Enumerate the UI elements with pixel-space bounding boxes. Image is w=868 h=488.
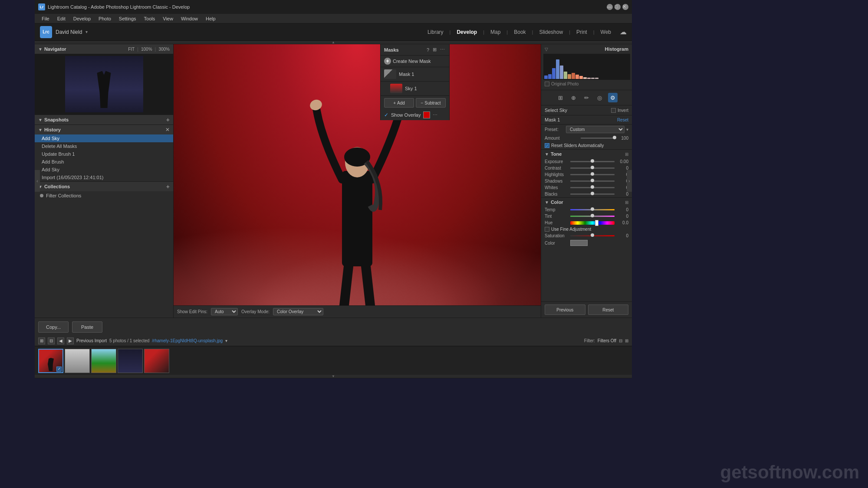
temp-slider[interactable] — [570, 209, 615, 210]
overlay-options-icon[interactable]: ⋯ — [433, 112, 437, 118]
overlay-mode-select[interactable]: Color Overlay Luminosity Overlay — [273, 308, 323, 315]
user-name[interactable]: David Nield — [56, 29, 82, 35]
filter-collections-label[interactable]: Filter Collections — [46, 193, 81, 198]
original-photo-check[interactable] — [545, 82, 549, 86]
left-panel-collapse[interactable]: ‹ — [35, 170, 40, 192]
create-new-mask-button[interactable]: + Create New Mask — [381, 56, 449, 67]
history-item-add-sky-1[interactable]: Add Sky — [35, 134, 173, 142]
history-item-add-brush[interactable]: Add Brush — [35, 158, 173, 166]
user-dropdown-icon[interactable]: ▾ — [85, 29, 88, 34]
radial-tool[interactable]: ◎ — [595, 93, 605, 102]
show-overlay-label[interactable]: Show Overlay — [391, 112, 421, 118]
filmstrip-thumb-4[interactable] — [118, 349, 143, 373]
menu-settings[interactable]: Settings — [115, 15, 140, 22]
navigator-zoom2[interactable]: 300% — [158, 47, 170, 52]
blacks-slider[interactable] — [570, 193, 615, 195]
history-item-add-sky-2[interactable]: Add Sky — [35, 166, 173, 174]
history-item-delete-masks[interactable]: Delete All Masks — [35, 142, 173, 150]
crop-tool[interactable]: ⊞ — [556, 93, 566, 102]
right-panel-collapse[interactable]: › — [627, 170, 632, 192]
history-item-import[interactable]: Import (16/05/2023 12:41:01) — [35, 174, 173, 181]
nav-develop[interactable]: Develop — [452, 27, 481, 37]
tint-slider[interactable] — [570, 216, 615, 217]
filmstrip-thumb-1[interactable]: ✓ — [38, 349, 63, 373]
nav-print[interactable]: Print — [572, 27, 592, 37]
whites-slider[interactable] — [570, 187, 615, 188]
exposure-slider[interactable] — [570, 161, 615, 162]
menu-view[interactable]: View — [159, 15, 177, 22]
sky1-item[interactable]: Sky 1 — [381, 82, 449, 96]
menu-window[interactable]: Window — [178, 15, 201, 22]
highlights-slider[interactable] — [570, 174, 615, 175]
preset-select[interactable]: Custom Default — [566, 126, 625, 133]
nav-book[interactable]: Book — [510, 27, 530, 37]
active-tool[interactable]: ⚙ — [608, 93, 618, 102]
filmstrip-thumb-2[interactable] — [65, 349, 90, 373]
collections-header[interactable]: ▼ Collections + — [35, 182, 173, 191]
filter-settings-icon[interactable]: ⊟ — [619, 338, 622, 343]
history-item-update-brush[interactable]: Update Brush 1 — [35, 150, 173, 158]
maximize-button[interactable]: □ — [615, 4, 621, 10]
filmstrip-thumb-5[interactable] — [144, 349, 169, 373]
filmstrip-nav-btn-1[interactable]: ⊞ — [38, 337, 45, 344]
color-swatch[interactable] — [570, 240, 588, 246]
filmstrip-next-btn[interactable]: ▶ — [67, 337, 74, 344]
brush-tool[interactable]: ✏ — [582, 93, 592, 102]
menu-help[interactable]: Help — [202, 15, 219, 22]
snapshots-add-btn[interactable]: + — [166, 116, 170, 123]
masks-settings-icon[interactable]: ⋯ — [439, 46, 446, 53]
navigator-fit[interactable]: FIT — [128, 47, 135, 52]
invert-checkbox[interactable] — [611, 108, 616, 113]
masks-expand-icon[interactable]: ⊞ — [432, 46, 437, 53]
close-button[interactable]: ✕ — [622, 4, 628, 10]
photo-area[interactable] — [174, 44, 541, 305]
mask-subtract-button[interactable]: − Subtract — [416, 98, 446, 108]
menu-photo[interactable]: Photo — [95, 15, 115, 22]
nav-map[interactable]: Map — [486, 27, 505, 37]
hue-slider[interactable] — [570, 221, 615, 225]
contrast-label: Contrast — [545, 166, 569, 170]
nav-library[interactable]: Library — [423, 27, 448, 37]
saturation-slider[interactable] — [570, 235, 615, 236]
history-header[interactable]: ▼ History ✕ — [35, 125, 173, 134]
nav-slideshow[interactable]: Slideshow — [535, 27, 567, 37]
bottom-collapse-arrow[interactable]: ▼ — [35, 375, 632, 378]
color-section-header[interactable]: ▼ Color ⊞ — [541, 197, 632, 206]
overlay-color-swatch[interactable] — [423, 111, 430, 118]
shadows-slider[interactable] — [570, 180, 615, 182]
menu-develop[interactable]: Develop — [70, 15, 94, 22]
mask1-reset-button[interactable]: Reset — [617, 118, 628, 122]
mask-add-button[interactable]: + Add — [384, 98, 414, 108]
navigator-zoom1[interactable]: 100% — [141, 47, 152, 52]
reset-sliders-check[interactable]: ✓ — [545, 143, 549, 148]
collections-add-btn[interactable]: + — [166, 183, 170, 190]
menu-tools[interactable]: Tools — [141, 15, 159, 22]
heal-tool[interactable]: ⊕ — [569, 93, 579, 102]
filmstrip-dropdown[interactable]: ▾ — [225, 338, 227, 343]
filmstrip-nav-btn-2[interactable]: ⊟ — [48, 337, 55, 344]
filmstrip-thumb-3[interactable] — [91, 349, 116, 373]
snapshots-header[interactable]: ▼ Snapshots + — [35, 115, 173, 124]
amount-slider[interactable] — [581, 138, 615, 139]
nav-web[interactable]: Web — [596, 27, 615, 37]
history-close-btn[interactable]: ✕ — [165, 127, 170, 133]
show-edit-pins-select[interactable]: Auto Always Never — [211, 308, 238, 315]
fine-adjustment-check[interactable] — [545, 227, 549, 232]
masks-help-icon[interactable]: ? — [426, 46, 430, 53]
menu-edit[interactable]: Edit — [54, 15, 69, 22]
filmstrip-end-icon[interactable]: ⊞ — [625, 338, 628, 343]
filmstrip-prev-btn[interactable]: ◀ — [57, 337, 64, 344]
top-collapse-arrow[interactable]: ▲ — [35, 41, 632, 44]
tone-section-header[interactable]: ▼ Tone ⊞ — [541, 149, 632, 158]
navigator-header[interactable]: ▼ Navigator FIT | 100% | 300% — [35, 44, 173, 54]
cloud-sync-icon[interactable]: ☁ — [620, 28, 627, 36]
mask1-item[interactable]: Mask 1 — [381, 67, 449, 82]
menu-file[interactable]: File — [38, 15, 53, 22]
previous-button[interactable]: Previous — [545, 305, 585, 315]
reset-right-button[interactable]: Reset — [588, 305, 629, 315]
histogram-expand-icon[interactable]: ▽ — [545, 47, 548, 52]
paste-button[interactable]: Paste — [72, 321, 102, 333]
contrast-slider[interactable] — [570, 167, 615, 169]
minimize-button[interactable]: — — [607, 4, 613, 10]
copy-button[interactable]: Copy... — [38, 321, 69, 333]
